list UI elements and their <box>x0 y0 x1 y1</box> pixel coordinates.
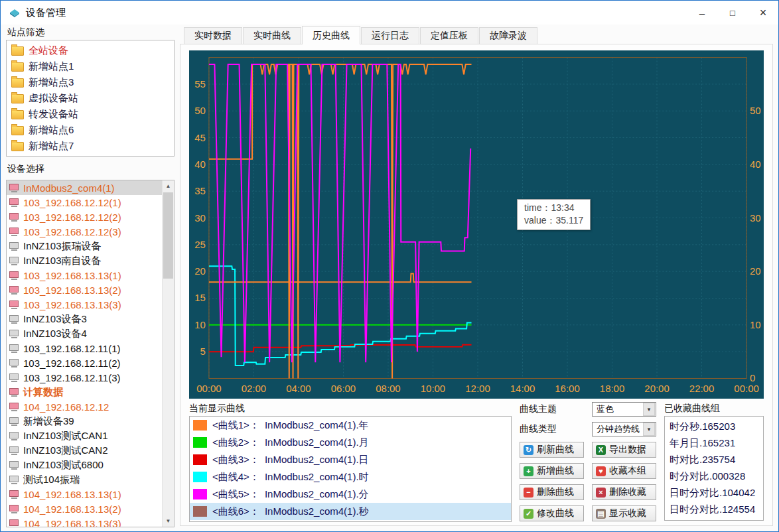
titlebar: 设备管理 – □ × <box>1 1 778 25</box>
device-item[interactable]: 103_192.168.12.12(1) <box>7 195 163 210</box>
add-curve-button[interactable]: +新增曲线 <box>520 463 584 479</box>
x-axis-tick-label: 00:00 <box>196 383 221 394</box>
device-item[interactable]: 103_192.168.13.13(3) <box>7 297 163 312</box>
x-axis-tick-label: 20:00 <box>644 383 669 394</box>
device-item[interactable]: 103_192.168.12.11(2) <box>7 356 163 370</box>
tab-历史曲线[interactable]: 历史曲线 <box>302 26 360 44</box>
favorite-group-item[interactable]: 时分秒.165203 <box>665 418 763 434</box>
tab-实时数据[interactable]: 实时数据 <box>184 27 242 44</box>
curve-list-item[interactable]: <曲线4>：InModbus2_com4(1).时 <box>190 468 511 486</box>
show-favorite-button[interactable]: ▤显示收藏 <box>592 505 656 521</box>
scrollbar-thumb[interactable] <box>163 192 173 279</box>
monitor-icon <box>9 271 19 280</box>
device-item[interactable]: 104_192.168.13.13(2) <box>7 501 163 516</box>
tab-运行日志[interactable]: 运行日志 <box>361 27 419 44</box>
modify-curve-icon: ✓ <box>524 509 533 519</box>
favorite-group-item[interactable]: 日时分对比.104042 <box>665 484 763 501</box>
device-item[interactable]: InModbus2_com4(1) <box>7 180 163 195</box>
device-item[interactable]: 103_192.168.12.11(3) <box>7 370 163 385</box>
site-item[interactable]: 新增站点3 <box>7 74 174 90</box>
dropdown-arrow-icon[interactable]: ▾ <box>643 423 655 436</box>
device-item[interactable]: InNZ103测试CAN1 <box>7 429 163 443</box>
device-item-label: 103_192.168.12.12(1) <box>23 197 121 208</box>
device-item[interactable]: 测试104振瑞 <box>7 472 163 487</box>
minimize-button[interactable]: – <box>687 1 717 25</box>
current-curves-column: 当前显示曲线 <曲线1>：InModbus2_com4(1).年<曲线2>：In… <box>189 402 512 522</box>
device-item[interactable]: 103_192.168.13.13(1) <box>7 268 163 283</box>
device-item[interactable]: InNZ103振瑞设备 <box>7 239 163 253</box>
refresh-curve-button[interactable]: ↻刷新曲线 <box>520 442 584 458</box>
window-controls: – □ × <box>687 1 778 25</box>
curve-list-item[interactable]: <曲线6>：InModbus2_com4(1).秒 <box>190 503 511 520</box>
site-item[interactable]: 转发设备站 <box>7 106 174 122</box>
tab-实时曲线[interactable]: 实时曲线 <box>243 27 301 44</box>
site-item-label: 虚拟设备站 <box>29 92 78 105</box>
device-item[interactable]: InNZ103南自设备 <box>7 253 163 268</box>
history-chart[interactable]: 00:0002:0004:0006:0008:0010:0012:0014:00… <box>189 50 764 399</box>
favorite-group-button[interactable]: ♥收藏本组 <box>592 463 656 479</box>
chart-canvas[interactable]: 00:0002:0004:0006:0008:0010:0012:0014:00… <box>189 50 764 399</box>
y-axis-left-tick-label: 25 <box>194 239 206 250</box>
device-item[interactable]: InNZ103设备4 <box>7 326 163 341</box>
device-item[interactable]: 计算数据 <box>7 385 163 399</box>
scroll-up-icon[interactable]: ▲ <box>163 180 174 192</box>
site-list: 全站设备新增站点1新增站点3虚拟设备站转发设备站新增站点6新增站点7 <box>6 40 175 157</box>
y-axis-right-tick-label: 30 <box>750 212 761 224</box>
favorite-group-item[interactable]: 时分对比.000328 <box>665 468 763 484</box>
device-item[interactable]: 104_192.168.13.13(1) <box>7 487 163 501</box>
device-item[interactable]: 103_192.168.12.12(3) <box>7 224 163 239</box>
device-item[interactable]: 新增设备39 <box>7 414 163 429</box>
favorite-group-item[interactable]: 时对比.235754 <box>665 451 763 468</box>
device-item[interactable]: 104_192.168.12.12 <box>7 399 163 414</box>
x-axis-tick-label: 18:00 <box>600 383 624 394</box>
curve-list-item[interactable]: <曲线3>：InModbus2_com4(1).日 <box>190 451 511 468</box>
x-axis-tick-label: 12:00 <box>465 383 490 394</box>
device-item[interactable]: 103_192.168.13.13(2) <box>7 283 163 297</box>
device-item-label: InModbus2_com4(1) <box>23 182 115 194</box>
site-item[interactable]: 新增站点1 <box>7 58 174 74</box>
device-item[interactable]: InNZ103设备3 <box>7 312 163 326</box>
curve-type-select[interactable]: 分钟趋势线 ▾ <box>592 422 656 436</box>
modify-curve-button[interactable]: ✓修改曲线 <box>520 505 584 521</box>
device-item[interactable]: 104_192.168.13.13(3) <box>7 516 163 527</box>
site-item[interactable]: 新增站点6 <box>7 122 174 138</box>
favorite-group-item[interactable]: 年月日.165231 <box>665 434 763 451</box>
monitor-icon <box>9 432 19 440</box>
curve-list-item[interactable]: <曲线2>：InModbus2_com4(1).月 <box>190 434 511 451</box>
device-item[interactable]: InNZ103测试CAN2 <box>7 443 163 458</box>
device-item-label: 103_192.168.12.11(3) <box>23 372 121 383</box>
chart-series-分 <box>209 64 470 362</box>
curve-color-swatch <box>193 437 207 448</box>
site-item[interactable]: 新增站点7 <box>7 138 174 154</box>
monitor-icon <box>9 461 19 470</box>
scroll-down-icon[interactable]: ▼ <box>163 515 174 527</box>
site-item[interactable]: 虚拟设备站 <box>7 90 174 106</box>
favorite-group-item[interactable]: 日时分对比.124554 <box>665 501 763 517</box>
delete-curve-button[interactable]: −删除曲线 <box>520 484 584 500</box>
device-item[interactable]: 103_192.168.12.11(1) <box>7 341 163 356</box>
site-item-label: 新增站点6 <box>29 124 74 137</box>
button-label: 删除曲线 <box>537 486 574 498</box>
curve-theme-select[interactable]: 蓝色 ▾ <box>592 402 656 417</box>
delete-favorite-button[interactable]: ×删除收藏 <box>592 484 656 500</box>
site-item-label: 新增站点7 <box>29 140 74 153</box>
site-item[interactable]: 全站设备 <box>7 42 174 58</box>
export-data-button[interactable]: X导出数据 <box>592 442 656 458</box>
button-label: 修改曲线 <box>537 507 574 519</box>
device-item-label: 104_192.168.13.13(3) <box>23 518 121 527</box>
device-item[interactable]: InNZ103测试6800 <box>7 458 163 472</box>
close-button[interactable]: × <box>748 1 778 25</box>
chart-series-年 <box>209 273 472 282</box>
dropdown-arrow-icon[interactable]: ▾ <box>643 403 655 416</box>
tab-故障录波[interactable]: 故障录波 <box>479 27 537 44</box>
curve-list-item[interactable]: <曲线1>：InModbus2_com4(1).年 <box>190 417 511 434</box>
tab-定值压板[interactable]: 定值压板 <box>420 27 478 44</box>
device-list-scrollbar[interactable]: ▲ ▼ <box>162 180 174 527</box>
maximize-button[interactable]: □ <box>717 1 748 25</box>
curve-name-label: InModbus2_com4(1).分 <box>265 488 369 501</box>
curve-list-item[interactable]: <曲线5>：InModbus2_com4(1).分 <box>190 486 511 503</box>
device-item[interactable]: 103_192.168.12.12(2) <box>7 210 163 224</box>
tab-content: 00:0002:0004:0006:0008:0010:0012:0014:00… <box>180 44 773 526</box>
y-axis-left-tick-label: 20 <box>194 265 206 277</box>
device-item-label: 测试104振瑞 <box>23 474 80 486</box>
